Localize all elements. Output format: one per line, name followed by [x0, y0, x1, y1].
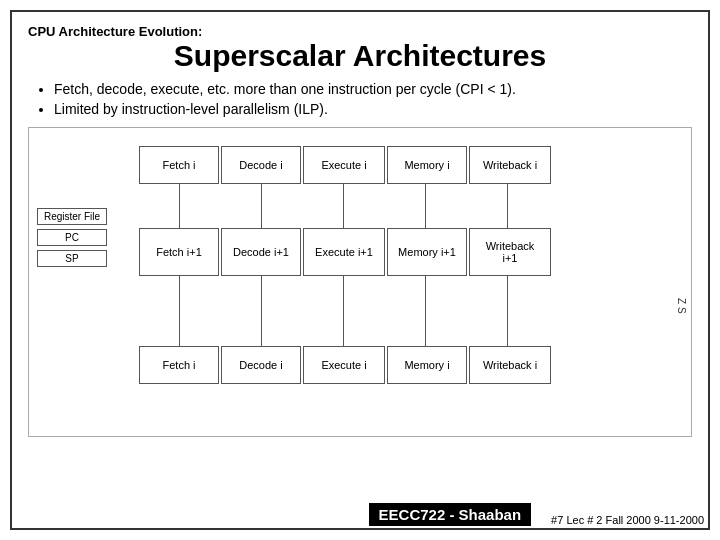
vline-10 [507, 276, 508, 346]
pc-box: PC [37, 229, 107, 246]
subtitle: CPU Architecture Evolution: [28, 24, 692, 39]
vline-9 [425, 276, 426, 346]
vline-6 [179, 276, 180, 346]
bullet-2: Limited by instruction-level parallelism… [54, 101, 692, 117]
stage-r2-writeback: Writeback i+1 [469, 228, 551, 276]
vline-3 [343, 184, 344, 228]
reg-file-box: Register File [37, 208, 107, 225]
stage-r2-decode: Decode i+1 [221, 228, 301, 276]
slide-container: CPU Architecture Evolution: Superscalar … [10, 10, 710, 530]
footer: EECC722 - Shaaban #7 Lec # 2 Fall 2000 9… [369, 503, 704, 526]
stage-r2-fetch: Fetch i+1 [139, 228, 219, 276]
bullet-list: Fetch, decode, execute, etc. more than o… [38, 81, 692, 117]
stage-r3-memory: Memory i [387, 346, 467, 384]
stage-r1-memory: Memory i [387, 146, 467, 184]
vline-1 [179, 184, 180, 228]
footer-info: #7 Lec # 2 Fall 2000 9-11-2000 [551, 514, 704, 526]
stage-r1-execute: Execute i [303, 146, 385, 184]
sp-box: SP [37, 250, 107, 267]
stage-r3-decode: Decode i [221, 346, 301, 384]
diagram-area: Register File PC SP Fetch i Decode i Exe… [28, 127, 692, 437]
vline-7 [261, 276, 262, 346]
stage-r2-memory: Memory i+1 [387, 228, 467, 276]
bullet-1: Fetch, decode, execute, etc. more than o… [54, 81, 692, 97]
pipeline-row-1: Fetch i Decode i Execute i Memory i Writ… [139, 146, 551, 184]
stage-r3-writeback: Writeback i [469, 346, 551, 384]
register-boxes: Register File PC SP [37, 208, 107, 267]
stage-r1-decode: Decode i [221, 146, 301, 184]
vline-2 [261, 184, 262, 228]
stage-r3-execute: Execute i [303, 346, 385, 384]
vline-4 [425, 184, 426, 228]
stage-r1-fetch: Fetch i [139, 146, 219, 184]
stage-r1-writeback: Writeback i [469, 146, 551, 184]
stage-r2-execute: Execute i+1 [303, 228, 385, 276]
vline-8 [343, 276, 344, 346]
pipeline-row-3: Fetch i Decode i Execute i Memory i Writ… [139, 346, 551, 384]
footer-badge: EECC722 - Shaaban [369, 503, 532, 526]
vline-5 [507, 184, 508, 228]
corner-annotation: Z S [676, 298, 687, 314]
title: Superscalar Architectures [28, 39, 692, 73]
stage-r3-fetch: Fetch i [139, 346, 219, 384]
pipeline-row-2: Fetch i+1 Decode i+1 Execute i+1 Memory … [139, 228, 551, 276]
